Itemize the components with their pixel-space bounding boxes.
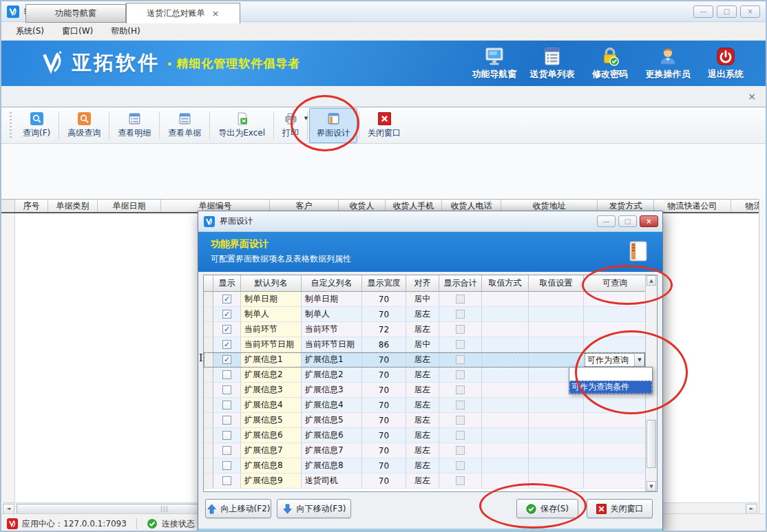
align-cell[interactable]: 居中 [406,292,439,307]
value-setting-cell[interactable] [529,337,584,352]
value-setting-cell[interactable] [529,322,584,337]
align-cell[interactable]: 居左 [406,368,439,383]
column-config-row-5[interactable]: ✓扩展信息1扩展信息170居左可作为查询▼ [204,352,645,368]
width-cell[interactable]: 70 [362,443,406,458]
chevron-down-icon[interactable]: ▼ [634,354,644,366]
show-sum-checkbox[interactable] [456,461,465,470]
toolbar-button-4[interactable]: 查看单据 [161,109,208,142]
show-sum-checkbox[interactable] [456,325,465,334]
align-cell[interactable]: 居左 [406,322,439,337]
queryable-cell[interactable] [584,292,647,307]
show-sum-checkbox[interactable] [456,431,465,440]
banner-action-lock[interactable]: 修改密码 [581,46,639,81]
align-cell[interactable]: 居左 [406,458,439,474]
queryable-editor[interactable]: 可作为查询▼ [585,353,645,367]
show-sum-checkbox[interactable] [456,340,465,349]
custom-name-cell[interactable]: 扩展信息8 [302,458,362,474]
dialog-button-3[interactable]: 保存(S) [516,499,578,518]
menu-item-1[interactable]: 系统(S) [7,23,53,40]
column-config-row-10[interactable]: 扩展信息6扩展信息670居左 [204,428,645,443]
show-checkbox[interactable]: ✓ [222,295,231,304]
value-mode-cell[interactable] [482,383,529,398]
value-mode-cell[interactable] [482,413,529,428]
dialog-button-1[interactable]: 向上移动(F2) [205,499,271,518]
value-mode-cell[interactable] [482,443,529,458]
value-mode-cell[interactable] [482,352,529,368]
width-cell[interactable]: 70 [362,368,406,383]
toolbar-button-8[interactable]: 关闭窗口 [361,109,408,142]
grid-column-header-2[interactable]: 单据类别 [48,200,98,212]
show-sum-checkbox[interactable] [456,401,465,409]
queryable-cell[interactable]: 可作为查询▼ [584,352,647,368]
config-column-header-9[interactable]: 可查询 [584,275,647,291]
custom-name-cell[interactable]: 制单人 [302,307,362,322]
maximize-button[interactable]: □ [717,6,737,18]
show-checkbox[interactable] [222,461,231,470]
align-cell[interactable]: 居左 [406,474,439,489]
grid-vertical-scrollbar[interactable] [759,199,767,514]
grid-column-header-3[interactable]: 单据日期 [98,200,161,212]
grid-column-header-1[interactable]: 序号 [15,200,48,212]
show-sum-checkbox[interactable] [456,446,465,455]
width-cell[interactable]: 70 [362,474,406,489]
menu-item-3[interactable]: 帮助(H) [102,23,149,40]
show-sum-checkbox[interactable] [456,416,465,425]
tab-delivery-summary[interactable]: 送货汇总对账单× [126,3,240,23]
show-sum-checkbox[interactable] [456,370,465,379]
dialog-close-button[interactable]: × [640,215,658,227]
column-config-row-13[interactable]: 扩展信息9送货司机70居左 [204,474,645,489]
config-column-header-1[interactable]: 显示 [213,275,241,291]
dialog-maximize-button[interactable]: □ [618,215,637,227]
show-sum-checkbox[interactable] [456,310,465,319]
queryable-cell[interactable] [584,413,647,428]
queryable-cell[interactable] [584,428,647,443]
column-config-row-12[interactable]: 扩展信息8扩展信息870居左 [204,458,645,474]
config-column-header-5[interactable]: 对齐 [406,275,439,291]
queryable-cell[interactable] [584,443,647,458]
toolbar-button-6[interactable]: 打印▼ [275,109,306,142]
value-mode-cell[interactable] [482,458,529,474]
show-sum-checkbox[interactable] [456,385,465,394]
dialog-button-4[interactable]: 关闭窗口 [587,499,653,518]
queryable-cell[interactable] [584,474,647,489]
menu-item-2[interactable]: 窗口(W) [53,23,102,40]
tabstrip-close-icon[interactable]: × [748,91,756,102]
toolbar-button-5[interactable]: 导出为Excel [211,109,272,142]
show-checkbox[interactable] [222,401,231,409]
width-cell[interactable]: 70 [362,307,406,322]
grid-column-header-11[interactable]: 物流快递公司 [654,200,731,212]
close-button[interactable]: × [740,6,760,18]
column-config-row-8[interactable]: 扩展信息4扩展信息470居左 [204,398,645,413]
show-checkbox[interactable] [222,431,231,440]
scroll-right-icon[interactable]: ► [746,504,757,514]
custom-name-cell[interactable]: 扩展信息5 [302,413,362,428]
show-checkbox[interactable]: ✓ [222,355,231,364]
width-cell[interactable]: 70 [362,458,406,474]
queryable-cell[interactable] [584,307,647,322]
config-column-header-3[interactable]: 自定义列名 [302,275,362,291]
config-column-header-6[interactable]: 显示合计 [439,275,482,291]
show-sum-checkbox[interactable] [456,355,465,364]
custom-name-cell[interactable]: 送货司机 [302,474,362,489]
config-column-header-2[interactable]: 默认列名 [241,275,302,291]
custom-name-cell[interactable]: 扩展信息7 [302,443,362,458]
value-setting-cell[interactable] [529,474,584,489]
toolbar-button-1[interactable]: 查询(F) [16,109,57,142]
width-cell[interactable]: 70 [362,398,406,413]
width-cell[interactable]: 70 [362,292,406,307]
value-setting-cell[interactable] [529,458,584,474]
value-mode-cell[interactable] [482,322,529,337]
value-setting-cell[interactable] [529,428,584,443]
banner-action-list[interactable]: 送货单列表 [523,46,581,81]
chevron-down-icon[interactable]: ▼ [304,116,308,121]
show-checkbox[interactable] [222,370,231,379]
custom-name-cell[interactable]: 扩展信息6 [302,428,362,443]
show-checkbox[interactable] [222,446,231,455]
config-column-header-4[interactable]: 显示宽度 [362,275,406,291]
width-cell[interactable]: 86 [362,337,406,352]
custom-name-cell[interactable]: 制单日期 [302,292,362,307]
banner-action-monitor[interactable]: 功能导航窗 [465,46,523,81]
custom-name-cell[interactable]: 扩展信息2 [302,368,362,383]
width-cell[interactable]: 70 [362,428,406,443]
queryable-cell[interactable] [584,337,647,352]
